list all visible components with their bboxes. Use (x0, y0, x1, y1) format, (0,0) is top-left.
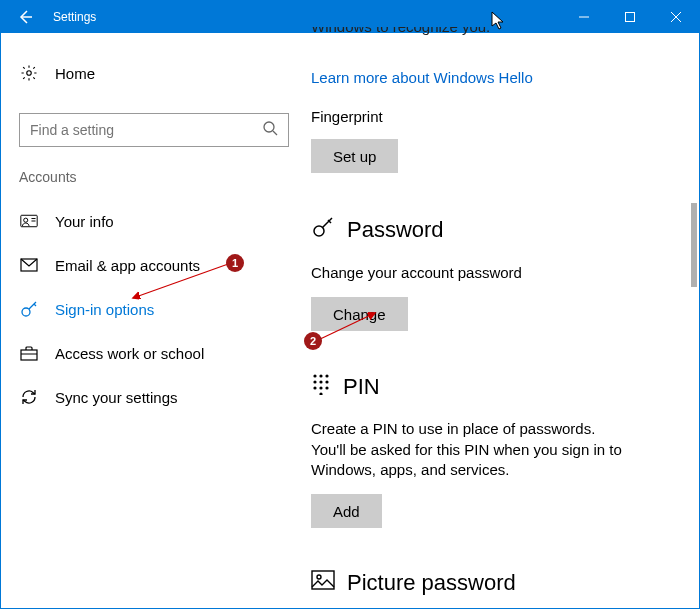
search-box[interactable] (19, 113, 289, 147)
svg-point-18 (313, 381, 316, 384)
content-pane: Windows to recognize you. Learn more abo… (301, 33, 699, 608)
hello-link[interactable]: Learn more about Windows Hello (311, 69, 679, 86)
section-title-text: Password (347, 217, 444, 243)
svg-line-6 (273, 131, 277, 135)
truncated-text: Windows to recognize you. (311, 27, 679, 37)
nav-label: Your info (55, 213, 114, 230)
key-icon (19, 300, 39, 318)
sidebar-item-sync[interactable]: Sync your settings (19, 375, 283, 419)
svg-point-22 (319, 387, 322, 390)
back-button[interactable] (1, 1, 49, 33)
svg-point-8 (24, 218, 28, 222)
svg-point-12 (22, 308, 30, 316)
sidebar: Home Accounts Your info Email & app acco… (1, 33, 301, 608)
pin-desc: Create a PIN to use in place of password… (311, 419, 631, 480)
sidebar-item-signin[interactable]: Sign-in options (19, 287, 283, 331)
svg-point-5 (264, 122, 274, 132)
key-icon (311, 215, 335, 245)
svg-point-17 (325, 375, 328, 378)
window-title: Settings (53, 10, 96, 24)
home-button[interactable]: Home (19, 51, 283, 95)
fingerprint-setup-button[interactable]: Set up (311, 139, 398, 173)
svg-point-15 (313, 375, 316, 378)
fingerprint-label: Fingerprint (311, 108, 679, 125)
svg-rect-1 (626, 13, 635, 22)
password-desc: Change your account password (311, 263, 631, 283)
password-change-button[interactable]: Change (311, 297, 408, 331)
gear-icon (19, 64, 39, 82)
nav-label: Sync your settings (55, 389, 178, 406)
mail-icon (19, 258, 39, 272)
person-icon (19, 213, 39, 229)
scrollbar-thumb[interactable] (691, 203, 697, 287)
section-title-text: Picture password (347, 570, 516, 596)
svg-point-20 (325, 381, 328, 384)
sync-icon (19, 388, 39, 406)
pin-heading: PIN (311, 373, 679, 401)
section-title-text: PIN (343, 374, 380, 400)
svg-point-4 (27, 71, 32, 76)
annotation-badge-2: 2 (304, 332, 322, 350)
svg-point-16 (319, 375, 322, 378)
picture-password-heading: Picture password (311, 570, 679, 596)
sidebar-item-your-info[interactable]: Your info (19, 199, 283, 243)
svg-point-26 (317, 575, 321, 579)
svg-point-21 (313, 387, 316, 390)
keypad-icon (311, 373, 331, 401)
home-label: Home (55, 65, 95, 82)
svg-rect-13 (21, 350, 37, 360)
sidebar-item-workschool[interactable]: Access work or school (19, 331, 283, 375)
nav-label: Sign-in options (55, 301, 154, 318)
annotation-badge-1: 1 (226, 254, 244, 272)
svg-point-23 (325, 387, 328, 390)
briefcase-icon (19, 345, 39, 361)
pin-add-button[interactable]: Add (311, 494, 382, 528)
section-label: Accounts (19, 169, 283, 185)
svg-point-19 (319, 381, 322, 384)
nav-label: Access work or school (55, 345, 204, 362)
picture-icon (311, 570, 335, 596)
svg-point-24 (319, 393, 322, 396)
nav-label: Email & app accounts (55, 257, 200, 274)
password-heading: Password (311, 215, 679, 245)
svg-rect-25 (312, 571, 334, 589)
search-input[interactable] (30, 122, 262, 138)
search-icon (262, 120, 278, 140)
